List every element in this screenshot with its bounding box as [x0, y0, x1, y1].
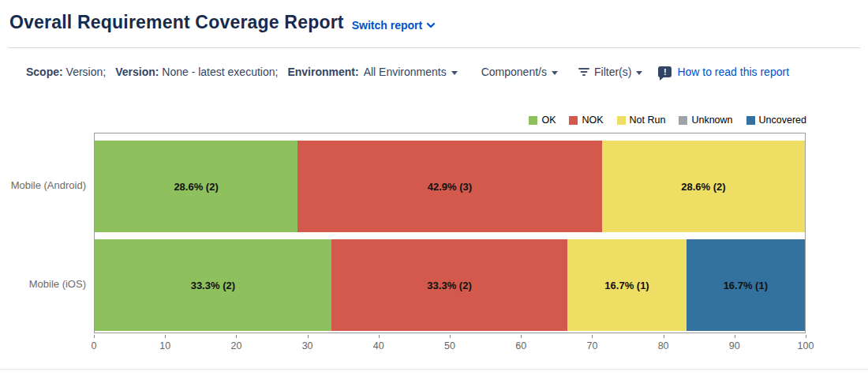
x-axis-tick: [664, 335, 664, 338]
chart-legend: OKNOKNot RunUnknownUncovered: [529, 115, 806, 126]
x-axis-tick: [450, 335, 451, 338]
x-axis-tick: [735, 335, 735, 338]
legend-swatch: [529, 116, 537, 125]
legend-item-ok[interactable]: OK: [529, 115, 556, 126]
caret-down-icon: [451, 71, 458, 75]
x-axis-tick-label: 0: [92, 340, 97, 351]
x-axis-tick-label: 100: [798, 340, 814, 351]
bar-segment-label: 28.6% (2): [681, 181, 725, 193]
x-axis-tick: [592, 335, 593, 338]
bar-segment-label: 42.9% (3): [428, 181, 472, 193]
caret-down-icon: [636, 71, 642, 75]
bar-segment-not-run[interactable]: 28.6% (2): [602, 141, 805, 232]
bar-segment-nok[interactable]: 42.9% (3): [297, 141, 602, 232]
x-axis-tick-label: 40: [373, 340, 384, 351]
x-axis-tick-label: 10: [159, 340, 170, 351]
bar-segment-uncovered[interactable]: 16.7% (1): [687, 239, 805, 331]
bar-segment-ok[interactable]: 28.6% (2): [95, 141, 297, 232]
bar-segment-nok[interactable]: 33.3% (2): [331, 239, 568, 331]
environment-dropdown[interactable]: Environment:All Environments: [287, 66, 457, 78]
bar-segment-label: 33.3% (2): [191, 280, 235, 291]
legend-label: Not Run: [630, 115, 666, 126]
legend-swatch: [679, 116, 687, 125]
filters-dropdown[interactable]: Filter(s): [578, 66, 642, 78]
switch-report-link[interactable]: Switch report: [352, 19, 436, 32]
x-axis-tick-label: 20: [230, 340, 241, 351]
x-axis-tick-label: 90: [729, 340, 740, 351]
legend-label: Unknown: [691, 115, 732, 126]
x-axis-tick: [236, 335, 237, 338]
version-label: Version:: [115, 66, 159, 78]
legend-label: NOK: [582, 115, 603, 126]
bar-segment-ok[interactable]: 33.3% (2): [95, 239, 331, 331]
scope-value: Version;: [66, 66, 107, 78]
legend-item-nok[interactable]: NOK: [569, 115, 603, 126]
legend-swatch: [746, 116, 755, 125]
chart-plot-area: 28.6% (2)42.9% (3)28.6% (2)33.3% (2)33.3…: [94, 133, 806, 333]
bar-row: 33.3% (2)33.3% (2)16.7% (1)16.7% (1): [95, 239, 805, 331]
x-axis-tick-label: 60: [515, 340, 526, 351]
filter-bar: Scope: Version; Version: None - latest e…: [26, 66, 868, 78]
x-axis-tick-label: 80: [658, 340, 669, 351]
legend-item-uncovered[interactable]: Uncovered: [746, 115, 806, 126]
how-to-read-report-label: How to read this report: [677, 66, 789, 78]
coverage-stacked-bar-chart: OKNOKNot RunUnknownUncovered 28.6% (2)42…: [0, 111, 868, 358]
how-to-read-report-link[interactable]: ! How to read this report: [658, 66, 789, 78]
x-axis-tick: [806, 335, 806, 338]
category-label: Mobile (iOS): [0, 278, 86, 290]
scope-label: Scope:: [26, 66, 63, 78]
legend-item-not-run[interactable]: Not Run: [617, 115, 666, 126]
legend-label: OK: [541, 115, 556, 126]
x-axis-tick: [165, 335, 166, 338]
filter-icon: [578, 68, 589, 77]
comment-exclamation-icon: !: [658, 66, 672, 77]
components-dropdown[interactable]: Component/s: [481, 66, 558, 78]
category-label: Mobile (Android): [0, 179, 86, 191]
bar-row: 28.6% (2)42.9% (3)28.6% (2): [95, 141, 805, 232]
footer-divider: [0, 369, 868, 370]
bar-segment-label: 28.6% (2): [174, 181, 218, 193]
legend-swatch: [617, 116, 626, 125]
bar-segment-label: 16.7% (1): [604, 280, 649, 291]
requirement-coverage-report-page: Overall Requirement Coverage Report Swit…: [0, 0, 868, 370]
x-axis-tick-label: 70: [586, 340, 597, 351]
filters-label: Filter(s): [594, 66, 631, 78]
x-axis-tick-label: 30: [302, 340, 313, 351]
version-summary: Version: None - latest execution;: [115, 66, 278, 78]
legend-swatch: [569, 116, 578, 125]
bar-segment-label: 16.7% (1): [724, 280, 768, 291]
report-header: Overall Requirement Coverage Report Swit…: [0, 0, 868, 33]
x-axis-tick: [94, 335, 95, 338]
environment-value: All Environments: [364, 66, 447, 78]
chevron-down-icon: [426, 21, 436, 30]
page-title: Overall Requirement Coverage Report: [9, 12, 344, 33]
bar-segment-not-run[interactable]: 16.7% (1): [567, 239, 686, 331]
x-axis-tick: [379, 335, 380, 338]
x-axis-tick-label: 50: [444, 340, 455, 351]
environment-label: Environment:: [287, 66, 358, 78]
caret-down-icon: [552, 71, 558, 75]
header-divider: [8, 47, 860, 48]
scope-summary: Scope: Version;: [26, 66, 106, 78]
legend-item-unknown[interactable]: Unknown: [679, 115, 732, 126]
switch-report-label: Switch report: [352, 19, 422, 32]
bar-segment-label: 33.3% (2): [427, 280, 471, 291]
components-label: Component/s: [481, 66, 547, 78]
version-value: None - latest execution;: [162, 66, 278, 78]
x-axis-tick: [308, 335, 309, 338]
legend-label: Uncovered: [759, 115, 806, 126]
x-axis-tick: [521, 335, 522, 338]
